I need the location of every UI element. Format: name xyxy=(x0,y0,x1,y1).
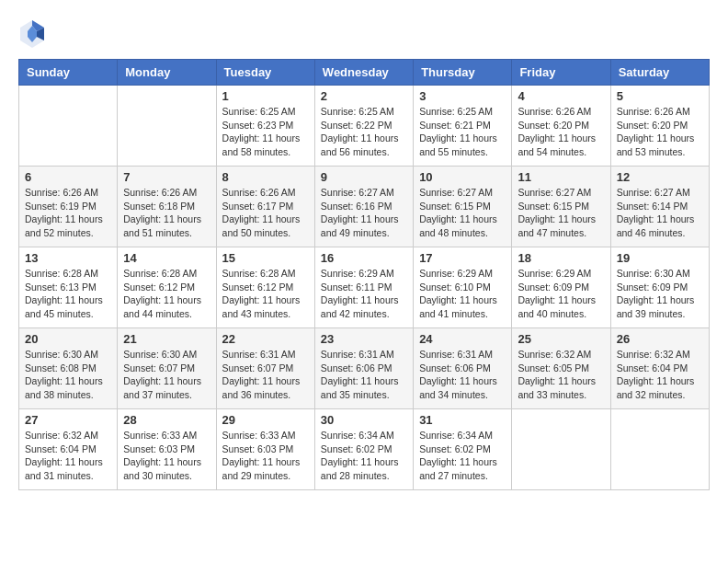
day-number: 14 xyxy=(123,251,210,265)
day-info: Sunrise: 6:27 AMSunset: 6:15 PMDaylight:… xyxy=(419,186,506,240)
day-info: Sunrise: 6:34 AMSunset: 6:02 PMDaylight:… xyxy=(321,429,407,483)
day-number: 31 xyxy=(419,413,506,427)
column-header-tuesday: Tuesday xyxy=(216,60,314,86)
day-number: 19 xyxy=(617,251,703,265)
day-info: Sunrise: 6:32 AMSunset: 6:04 PMDaylight:… xyxy=(25,429,111,483)
day-number: 15 xyxy=(222,251,309,265)
day-number: 26 xyxy=(617,332,703,346)
calendar-header-row: SundayMondayTuesdayWednesdayThursdayFrid… xyxy=(19,60,710,86)
day-number: 22 xyxy=(222,332,309,346)
column-header-saturday: Saturday xyxy=(610,60,709,86)
calendar-cell: 12Sunrise: 6:27 AMSunset: 6:14 PMDayligh… xyxy=(610,167,709,247)
day-number: 21 xyxy=(123,332,210,346)
column-header-monday: Monday xyxy=(118,60,216,86)
day-info: Sunrise: 6:33 AMSunset: 6:03 PMDaylight:… xyxy=(123,429,210,483)
day-number: 4 xyxy=(518,89,604,103)
day-info: Sunrise: 6:32 AMSunset: 6:05 PMDaylight:… xyxy=(518,348,604,402)
day-info: Sunrise: 6:29 AMSunset: 6:09 PMDaylight:… xyxy=(518,267,604,321)
calendar-cell xyxy=(512,409,610,490)
calendar-cell: 10Sunrise: 6:27 AMSunset: 6:15 PMDayligh… xyxy=(414,167,512,247)
day-number: 11 xyxy=(518,170,604,184)
calendar-cell: 21Sunrise: 6:30 AMSunset: 6:07 PMDayligh… xyxy=(118,328,216,409)
day-info: Sunrise: 6:25 AMSunset: 6:22 PMDaylight:… xyxy=(321,105,407,159)
calendar-cell: 1Sunrise: 6:25 AMSunset: 6:23 PMDaylight… xyxy=(216,86,314,167)
calendar-cell: 4Sunrise: 6:26 AMSunset: 6:20 PMDaylight… xyxy=(512,86,610,167)
day-info: Sunrise: 6:27 AMSunset: 6:15 PMDaylight:… xyxy=(518,186,604,240)
calendar-table: SundayMondayTuesdayWednesdayThursdayFrid… xyxy=(18,59,710,490)
calendar-cell: 18Sunrise: 6:29 AMSunset: 6:09 PMDayligh… xyxy=(512,247,610,328)
day-number: 1 xyxy=(222,89,309,103)
day-number: 25 xyxy=(518,332,604,346)
calendar-week-row: 6Sunrise: 6:26 AMSunset: 6:19 PMDaylight… xyxy=(19,167,710,247)
day-number: 9 xyxy=(321,170,407,184)
calendar-week-row: 27Sunrise: 6:32 AMSunset: 6:04 PMDayligh… xyxy=(19,409,710,490)
day-number: 24 xyxy=(419,332,506,346)
day-number: 10 xyxy=(419,170,506,184)
day-number: 12 xyxy=(617,170,703,184)
day-info: Sunrise: 6:26 AMSunset: 6:20 PMDaylight:… xyxy=(518,105,604,159)
day-info: Sunrise: 6:27 AMSunset: 6:16 PMDaylight:… xyxy=(321,186,407,240)
page-header xyxy=(18,18,710,50)
column-header-friday: Friday xyxy=(512,60,610,86)
calendar-cell: 2Sunrise: 6:25 AMSunset: 6:22 PMDaylight… xyxy=(314,86,413,167)
logo-icon xyxy=(18,18,46,50)
day-info: Sunrise: 6:28 AMSunset: 6:13 PMDaylight:… xyxy=(25,267,111,321)
day-info: Sunrise: 6:27 AMSunset: 6:14 PMDaylight:… xyxy=(617,186,703,240)
day-number: 28 xyxy=(123,413,210,427)
calendar-cell: 28Sunrise: 6:33 AMSunset: 6:03 PMDayligh… xyxy=(118,409,216,490)
day-number: 7 xyxy=(123,170,210,184)
day-info: Sunrise: 6:26 AMSunset: 6:20 PMDaylight:… xyxy=(617,105,703,159)
column-header-wednesday: Wednesday xyxy=(314,60,413,86)
calendar-cell: 6Sunrise: 6:26 AMSunset: 6:19 PMDaylight… xyxy=(19,167,118,247)
day-info: Sunrise: 6:29 AMSunset: 6:10 PMDaylight:… xyxy=(419,267,506,321)
calendar-cell: 14Sunrise: 6:28 AMSunset: 6:12 PMDayligh… xyxy=(118,247,216,328)
day-info: Sunrise: 6:28 AMSunset: 6:12 PMDaylight:… xyxy=(222,267,309,321)
calendar-cell: 30Sunrise: 6:34 AMSunset: 6:02 PMDayligh… xyxy=(314,409,413,490)
calendar-cell: 8Sunrise: 6:26 AMSunset: 6:17 PMDaylight… xyxy=(216,167,314,247)
calendar-cell: 17Sunrise: 6:29 AMSunset: 6:10 PMDayligh… xyxy=(414,247,512,328)
day-info: Sunrise: 6:26 AMSunset: 6:17 PMDaylight:… xyxy=(222,186,309,240)
day-info: Sunrise: 6:26 AMSunset: 6:19 PMDaylight:… xyxy=(25,186,111,240)
day-info: Sunrise: 6:31 AMSunset: 6:06 PMDaylight:… xyxy=(419,348,506,402)
calendar-week-row: 20Sunrise: 6:30 AMSunset: 6:08 PMDayligh… xyxy=(19,328,710,409)
calendar-cell: 29Sunrise: 6:33 AMSunset: 6:03 PMDayligh… xyxy=(216,409,314,490)
calendar-cell: 24Sunrise: 6:31 AMSunset: 6:06 PMDayligh… xyxy=(414,328,512,409)
column-header-sunday: Sunday xyxy=(19,60,118,86)
day-number: 6 xyxy=(25,170,111,184)
day-number: 23 xyxy=(321,332,407,346)
day-number: 27 xyxy=(25,413,111,427)
day-info: Sunrise: 6:26 AMSunset: 6:18 PMDaylight:… xyxy=(123,186,210,240)
day-number: 20 xyxy=(25,332,111,346)
day-number: 3 xyxy=(419,89,506,103)
day-number: 30 xyxy=(321,413,407,427)
day-info: Sunrise: 6:30 AMSunset: 6:07 PMDaylight:… xyxy=(123,348,210,402)
calendar-cell xyxy=(118,86,216,167)
calendar-cell: 19Sunrise: 6:30 AMSunset: 6:09 PMDayligh… xyxy=(610,247,709,328)
calendar-cell: 31Sunrise: 6:34 AMSunset: 6:02 PMDayligh… xyxy=(414,409,512,490)
day-info: Sunrise: 6:30 AMSunset: 6:09 PMDaylight:… xyxy=(617,267,703,321)
calendar-cell xyxy=(19,86,118,167)
day-info: Sunrise: 6:34 AMSunset: 6:02 PMDaylight:… xyxy=(419,429,506,483)
calendar-cell: 15Sunrise: 6:28 AMSunset: 6:12 PMDayligh… xyxy=(216,247,314,328)
column-header-thursday: Thursday xyxy=(414,60,512,86)
calendar-cell: 23Sunrise: 6:31 AMSunset: 6:06 PMDayligh… xyxy=(314,328,413,409)
calendar-week-row: 13Sunrise: 6:28 AMSunset: 6:13 PMDayligh… xyxy=(19,247,710,328)
calendar-cell: 5Sunrise: 6:26 AMSunset: 6:20 PMDaylight… xyxy=(610,86,709,167)
day-number: 2 xyxy=(321,89,407,103)
calendar-cell: 26Sunrise: 6:32 AMSunset: 6:04 PMDayligh… xyxy=(610,328,709,409)
day-number: 13 xyxy=(25,251,111,265)
day-number: 8 xyxy=(222,170,309,184)
calendar-cell xyxy=(610,409,709,490)
calendar-cell: 20Sunrise: 6:30 AMSunset: 6:08 PMDayligh… xyxy=(19,328,118,409)
calendar-cell: 7Sunrise: 6:26 AMSunset: 6:18 PMDaylight… xyxy=(118,167,216,247)
day-info: Sunrise: 6:28 AMSunset: 6:12 PMDaylight:… xyxy=(123,267,210,321)
calendar-week-row: 1Sunrise: 6:25 AMSunset: 6:23 PMDaylight… xyxy=(19,86,710,167)
calendar-cell: 3Sunrise: 6:25 AMSunset: 6:21 PMDaylight… xyxy=(414,86,512,167)
day-number: 29 xyxy=(222,413,309,427)
calendar-cell: 9Sunrise: 6:27 AMSunset: 6:16 PMDaylight… xyxy=(314,167,413,247)
calendar-cell: 16Sunrise: 6:29 AMSunset: 6:11 PMDayligh… xyxy=(314,247,413,328)
day-number: 16 xyxy=(321,251,407,265)
day-info: Sunrise: 6:32 AMSunset: 6:04 PMDaylight:… xyxy=(617,348,703,402)
day-info: Sunrise: 6:29 AMSunset: 6:11 PMDaylight:… xyxy=(321,267,407,321)
day-info: Sunrise: 6:30 AMSunset: 6:08 PMDaylight:… xyxy=(25,348,111,402)
